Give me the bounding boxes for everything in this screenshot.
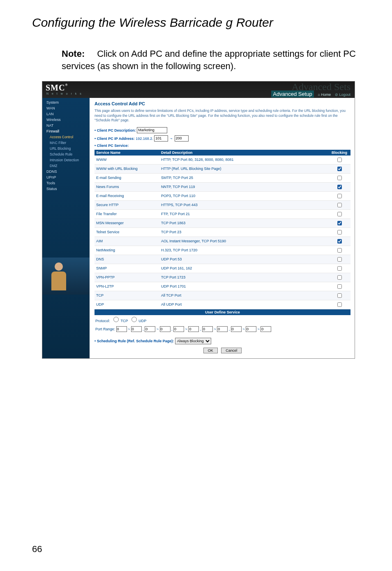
service-name-cell: AIM (95, 237, 159, 246)
service-detail-cell: TCP Port 23 (159, 227, 328, 237)
blocking-checkbox[interactable] (337, 167, 342, 171)
table-row: SNMPUDP Port 161, 162 (95, 264, 350, 273)
service-block-cell (328, 209, 350, 218)
service-block-cell (328, 246, 350, 255)
nav-nat[interactable]: NAT (42, 123, 90, 128)
blocking-checkbox[interactable] (337, 176, 342, 180)
user-define-service-bar: User Define Service (95, 309, 350, 315)
port-to-input[interactable] (131, 326, 142, 332)
service-detail-cell: HTTP, TCP Port 80, 3128, 8000, 8080, 808… (159, 156, 328, 165)
nav-wireless[interactable]: Wireless (42, 117, 90, 123)
blocking-checkbox[interactable] (337, 185, 342, 189)
cancel-button[interactable]: Cancel (221, 348, 242, 353)
ok-button[interactable]: OK (203, 348, 218, 353)
port-from-input[interactable] (173, 326, 184, 332)
page-number: 66 (32, 544, 42, 555)
port-to-input[interactable] (188, 326, 199, 332)
service-block-cell (328, 282, 350, 291)
nav-schedule-rule[interactable]: Schedule Rule (42, 151, 90, 157)
port-range-label: Port Range: (95, 327, 115, 331)
nav-upnp[interactable]: UPnP (42, 174, 90, 180)
service-detail-cell: All TCP Port (159, 291, 328, 300)
blocking-checkbox[interactable] (337, 248, 342, 253)
blocking-checkbox[interactable] (337, 275, 342, 280)
schedule-select[interactable]: Always Blocking (175, 338, 211, 344)
service-block-cell (328, 191, 350, 200)
nav-url-blocking[interactable]: URL Blocking (42, 146, 90, 151)
protocol-label: Protocol: (95, 319, 110, 323)
nav-system[interactable]: System (42, 100, 90, 105)
nav-lan[interactable]: LAN (42, 111, 90, 117)
networks-label: N e t w o r k s (46, 92, 83, 95)
blocking-checkbox[interactable] (337, 194, 342, 198)
blocking-checkbox[interactable] (337, 302, 342, 307)
blocking-checkbox[interactable] (337, 158, 342, 162)
schedule-label: • Scheduling Rule (Ref. Schedule Rule Pa… (95, 339, 174, 343)
service-name-cell: File Transfer (95, 209, 159, 218)
port-from-input[interactable] (202, 326, 213, 332)
blocking-checkbox[interactable] (337, 266, 342, 271)
blocking-checkbox[interactable] (337, 239, 342, 244)
logout-link-text: Logout (339, 93, 350, 97)
table-row: NetMeetingH.323, TCP Port 1720 (95, 246, 350, 255)
advanced-setup-label: Advanced Setup (271, 91, 314, 97)
blocking-checkbox[interactable] (337, 293, 342, 298)
port-to-input[interactable] (217, 326, 228, 332)
client-ip-from-input[interactable] (154, 135, 168, 142)
table-row: Secure HTTPHTTPS, TCP Port 443 (95, 200, 350, 209)
blocking-checkbox[interactable] (337, 212, 342, 216)
protocol-tcp-radio[interactable] (113, 317, 119, 322)
note-text: Click on Add PC and define the appropria… (62, 49, 356, 71)
table-row: AIMAOL Instant Messenger, TCP Port 5190 (95, 237, 350, 246)
port-extra-input[interactable] (261, 326, 271, 332)
nav-mac-filter[interactable]: MAC Filter (42, 140, 90, 146)
service-detail-cell: POP3, TCP Port 110 (159, 191, 328, 200)
protocol-udp-radio[interactable] (131, 317, 137, 322)
logo-registered: ® (65, 83, 68, 87)
nav-firewall[interactable]: Firewall (42, 128, 90, 134)
nav-dmz[interactable]: DMZ (42, 163, 90, 169)
nav-intrusion[interactable]: Intrusion Detection (42, 157, 90, 163)
service-block-cell (328, 237, 350, 246)
service-block-cell (328, 291, 350, 300)
service-name-cell: DNS (95, 255, 159, 264)
service-block-cell (328, 218, 350, 227)
note-label: Note: (62, 48, 95, 60)
service-detail-cell: HTTPS, TCP Port 443 (159, 200, 328, 209)
client-desc-label: • Client PC Description: (95, 128, 136, 132)
port-from-input[interactable] (231, 326, 242, 332)
blocking-checkbox[interactable] (337, 257, 342, 262)
port-from-input[interactable] (116, 326, 127, 332)
blocking-checkbox[interactable] (337, 221, 342, 225)
nav-status[interactable]: Status (42, 186, 90, 192)
service-detail-cell: UDP Port 53 (159, 255, 328, 264)
service-block-cell (328, 255, 350, 264)
service-name-cell: E-mail Sending (95, 173, 159, 182)
service-detail-cell: NNTP, TCP Port 119 (159, 182, 328, 191)
page-title: Configuring the Wireless Barricade g Rou… (32, 16, 392, 30)
blocking-checkbox[interactable] (337, 230, 342, 234)
client-desc-input[interactable] (137, 127, 167, 133)
logout-link[interactable]: ⊘ Logout (335, 93, 350, 97)
nav-access-control[interactable]: Access Control (42, 134, 90, 140)
service-block-cell (328, 300, 350, 309)
service-detail-cell: TCP Port 1723 (159, 273, 328, 282)
blocking-checkbox[interactable] (337, 203, 342, 207)
blocking-checkbox[interactable] (337, 284, 342, 289)
service-block-cell (328, 200, 350, 209)
service-detail-cell: H.323, TCP Port 1720 (159, 246, 328, 255)
home-link[interactable]: ⌂ Home (318, 93, 331, 97)
service-detail-cell: UDP Port 161, 162 (159, 264, 328, 273)
client-ip-to-input[interactable] (175, 135, 189, 142)
nav-wan[interactable]: WAN (42, 105, 90, 111)
home-link-text: Home (321, 93, 331, 97)
service-name-cell: News Forums (95, 182, 159, 191)
port-to-input[interactable] (160, 326, 171, 332)
port-to-input[interactable] (246, 326, 256, 332)
port-from-input[interactable] (145, 326, 155, 332)
service-block-cell (328, 227, 350, 237)
service-detail-cell: TCP Port 1863 (159, 218, 328, 227)
nav-ddns[interactable]: DDNS (42, 169, 90, 174)
main-description: This page allows users to define service… (95, 109, 350, 123)
nav-tools[interactable]: Tools (42, 180, 90, 186)
